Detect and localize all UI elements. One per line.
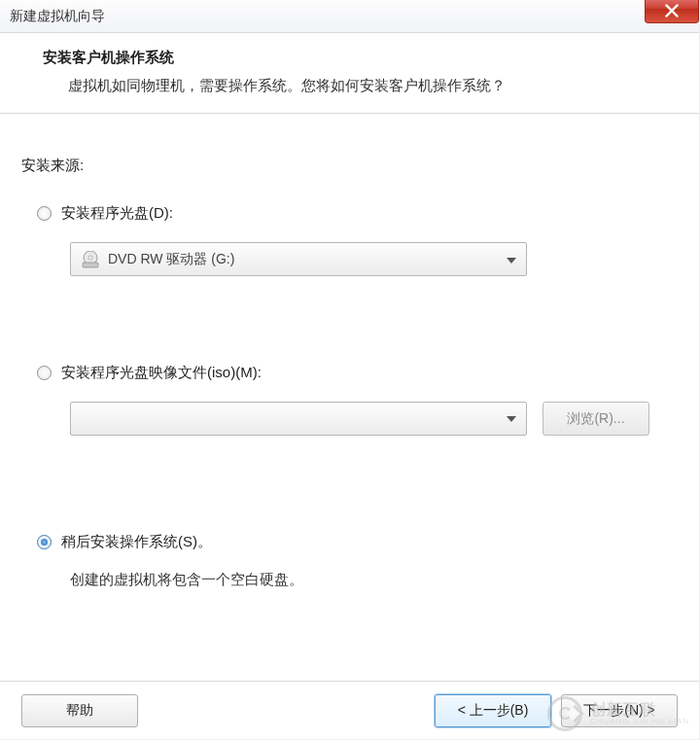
- disc-drive-icon: [81, 251, 100, 268]
- option-install-later: 稍后安装操作系统(S)。 创建的虚拟机将包含一个空白硬盘。: [21, 533, 678, 589]
- radio-icon: [37, 206, 52, 221]
- option-installer-disc: 安装程序光盘(D): DVD RW 驱动器 (G:): [21, 204, 678, 276]
- page-description: 虚拟机如同物理机，需要操作系统。您将如何安装客户机操作系统？: [43, 77, 678, 95]
- help-button[interactable]: 帮助: [21, 694, 138, 727]
- help-button-label: 帮助: [66, 702, 93, 720]
- radio-label: 稍后安装操作系统(S)。: [61, 533, 212, 551]
- radio-installer-disc[interactable]: 安装程序光盘(D):: [37, 204, 678, 223]
- drive-selected-value: DVD RW 驱动器 (G:): [108, 251, 507, 268]
- next-button[interactable]: 下一步(N) >: [561, 694, 678, 727]
- next-button-label: 下一步(N) >: [583, 702, 655, 720]
- chevron-down-icon: [507, 252, 516, 266]
- close-icon: [665, 4, 679, 18]
- close-button[interactable]: [645, 0, 699, 23]
- install-later-note: 创建的虚拟机将包含一个空白硬盘。: [70, 571, 678, 589]
- option-iso-file: 安装程序光盘映像文件(iso)(M): 浏览(R)...: [21, 364, 678, 436]
- browse-button[interactable]: 浏览(R)...: [542, 402, 649, 436]
- radio-icon: [37, 366, 52, 380]
- install-source-label: 安装来源:: [21, 157, 678, 175]
- radio-icon: [37, 535, 52, 549]
- radio-iso-file[interactable]: 安装程序光盘映像文件(iso)(M):: [37, 364, 678, 382]
- svg-point-1: [88, 256, 92, 260]
- wizard-content: 安装客户机操作系统 虚拟机如同物理机，需要操作系统。您将如何安装客户机操作系统？…: [0, 33, 699, 589]
- wizard-footer: 帮助 < 上一步(B) 下一步(N) >: [0, 681, 699, 739]
- back-button-label: < 上一步(B): [458, 702, 529, 720]
- chevron-down-icon: [497, 403, 526, 435]
- wizard-header: 安装客户机操作系统 虚拟机如同物理机，需要操作系统。您将如何安装客户机操作系统？: [0, 33, 699, 114]
- svg-rect-2: [83, 263, 98, 267]
- wizard-body: 安装来源: 安装程序光盘(D): DVD RW 驱动器 (G:): [0, 114, 699, 589]
- window-title: 新建虚拟机向导: [10, 8, 105, 25]
- radio-install-later[interactable]: 稍后安装操作系统(S)。: [37, 533, 678, 551]
- radio-label: 安装程序光盘(D):: [61, 204, 173, 223]
- page-title: 安装客户机操作系统: [43, 49, 678, 67]
- iso-path-select[interactable]: [70, 402, 527, 436]
- drive-select[interactable]: DVD RW 驱动器 (G:): [70, 242, 527, 276]
- radio-label: 安装程序光盘映像文件(iso)(M):: [61, 364, 262, 382]
- back-button[interactable]: < 上一步(B): [435, 694, 551, 727]
- iso-path-value: [71, 412, 497, 426]
- titlebar: 新建虚拟机向导: [0, 0, 699, 33]
- browse-button-label: 浏览(R)...: [567, 410, 624, 428]
